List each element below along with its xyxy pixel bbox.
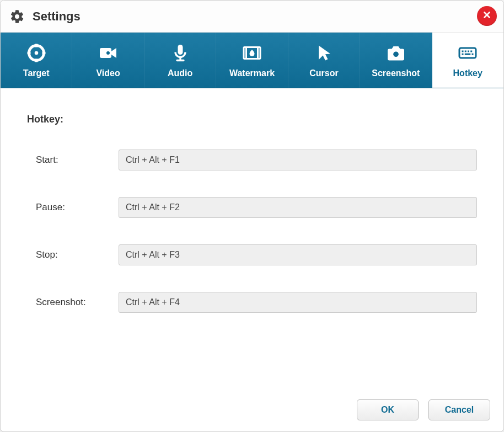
tab-label: Watermark [229,68,275,78]
tab-label: Video [96,68,120,78]
tab-audio[interactable]: Audio [144,33,216,88]
ok-button[interactable]: OK [357,399,419,420]
svg-rect-16 [472,54,474,55]
input-start[interactable] [119,150,477,170]
svg-rect-7 [257,47,259,59]
close-icon [482,10,492,22]
svg-rect-14 [462,54,464,55]
svg-rect-11 [465,51,467,52]
row-start: Start: [27,150,477,170]
settings-window: Settings Target Video Audio [0,0,504,432]
tab-hotkey[interactable]: Hotkey [432,33,503,88]
input-pause[interactable] [119,197,477,218]
tab-label: Hotkey [453,68,482,78]
titlebar: Settings [1,1,503,33]
svg-rect-10 [462,51,464,52]
label-pause: Pause: [36,202,119,213]
microphone-icon [170,42,190,64]
svg-rect-9 [459,48,476,58]
label-start: Start: [36,154,119,166]
svg-rect-13 [470,51,472,52]
tab-label: Target [23,68,50,78]
cursor-icon [314,42,334,64]
tab-label: Screenshot [372,68,420,78]
camera-icon [386,42,406,64]
row-stop: Stop: [27,244,477,265]
svg-rect-4 [178,45,183,55]
tab-target[interactable]: Target [1,33,72,88]
close-button[interactable] [477,6,497,26]
footer: OK Cancel [357,399,490,420]
cancel-button[interactable]: Cancel [428,399,490,420]
tab-label: Audio [168,68,192,78]
keyboard-icon [458,42,478,64]
tabbar: Target Video Audio Watermark Cursor [1,33,503,88]
gear-icon [9,9,25,24]
watermark-icon [242,42,262,64]
svg-rect-15 [465,54,471,55]
target-icon [26,42,46,64]
input-screenshot[interactable] [119,292,477,313]
video-icon [98,42,118,64]
label-screenshot: Screenshot: [36,297,119,308]
label-stop: Stop: [36,249,119,260]
section-title: Hotkey: [27,114,477,125]
svg-rect-12 [468,51,469,52]
content-panel: Hotkey: Start: Pause: Stop: Screenshot: [1,88,503,350]
window-title: Settings [33,9,81,24]
tab-screenshot[interactable]: Screenshot [360,33,432,88]
svg-point-8 [393,51,399,57]
svg-point-3 [106,51,110,55]
tab-label: Cursor [309,68,338,78]
row-screenshot: Screenshot: [27,292,477,313]
tab-watermark[interactable]: Watermark [216,33,288,88]
row-pause: Pause: [27,197,477,218]
svg-point-1 [34,51,38,55]
svg-rect-6 [245,47,247,59]
tab-video[interactable]: Video [72,33,144,88]
tab-cursor[interactable]: Cursor [288,33,360,88]
input-stop[interactable] [119,244,477,265]
